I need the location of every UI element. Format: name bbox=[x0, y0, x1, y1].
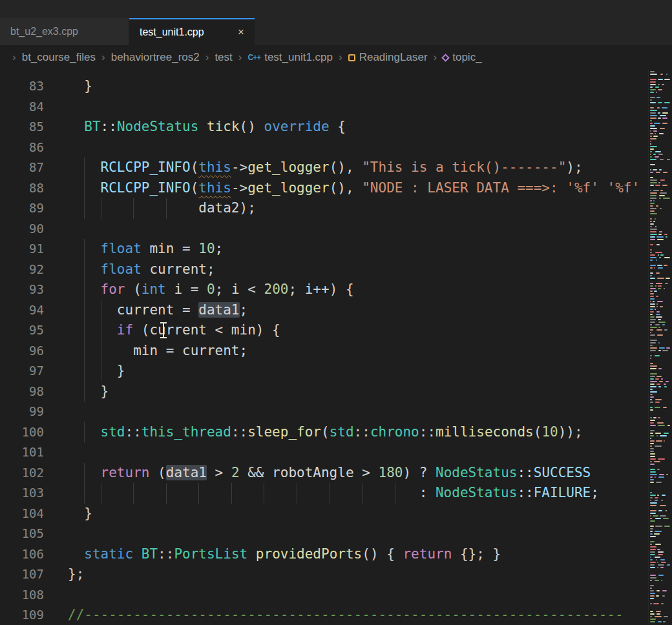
code-token: ); bbox=[240, 200, 256, 216]
minimap-line bbox=[664, 79, 670, 80]
line-number: 89 bbox=[0, 198, 44, 219]
code-token: -> bbox=[231, 159, 247, 175]
minimap-line bbox=[650, 603, 652, 604]
minimap-line bbox=[650, 97, 655, 98]
code-line[interactable]: 87 RCLCPP_INFO(this->get_logger(), "This… bbox=[0, 158, 672, 178]
minimap-line bbox=[655, 378, 659, 380]
code-token: RCLCPP_INFO bbox=[101, 159, 191, 175]
code-line[interactable]: 100 std::this_thread::sleep_for(std::chr… bbox=[0, 422, 672, 443]
code-line[interactable]: 83 } bbox=[0, 76, 672, 97]
minimap-line bbox=[664, 440, 665, 442]
code-token: ( bbox=[534, 424, 542, 440]
minimap-line bbox=[650, 505, 656, 506]
code-line[interactable]: 109//-----------------------------------… bbox=[0, 605, 672, 625]
minimap-line bbox=[650, 213, 657, 214]
code-line[interactable]: 88 RCLCPP_INFO(this->get_logger(), "NODE… bbox=[0, 178, 672, 199]
code-token bbox=[68, 343, 133, 358]
minimap-line bbox=[650, 407, 653, 408]
minimap-line bbox=[656, 244, 660, 245]
minimap-line bbox=[664, 386, 667, 387]
breadcrumb-label: test_unit1.cpp bbox=[264, 51, 333, 64]
code-token: (), bbox=[330, 180, 362, 196]
editor-code[interactable]: 83 }8485 BT::NodeStatus tick() override … bbox=[0, 70, 672, 625]
breadcrumb-item-readinglaser[interactable]: ReadingLaser bbox=[348, 51, 428, 64]
minimap-line bbox=[650, 456, 655, 457]
code-line[interactable]: 105 bbox=[0, 524, 672, 544]
minimap-line bbox=[662, 324, 665, 325]
minimap-line bbox=[650, 461, 652, 462]
code-line[interactable]: 94 current = data1; bbox=[0, 300, 672, 321]
minimap-line bbox=[656, 97, 660, 98]
minimap-line bbox=[656, 613, 660, 615]
code-token: std bbox=[330, 424, 354, 440]
code-line[interactable]: 106 static BT::PortsList providedPorts()… bbox=[0, 544, 672, 565]
chevron-right-icon: › bbox=[339, 51, 342, 64]
breadcrumb-item-behaviortree-ros2[interactable]: behaviortree_ros2 bbox=[111, 51, 200, 64]
code-line[interactable]: 85 BT::NodeStatus tick() override { bbox=[0, 117, 672, 138]
breadcrumb-item-test-unit1-cpp[interactable]: C++ test_unit1.cpp bbox=[247, 51, 333, 64]
code-line[interactable]: 90 bbox=[0, 219, 672, 240]
code-line[interactable]: 99 bbox=[0, 402, 672, 422]
code-line[interactable]: 96 min = current; bbox=[0, 341, 672, 362]
tab-test-unit1[interactable]: test_unit1.cpp × bbox=[129, 18, 255, 45]
minimap-line bbox=[654, 533, 660, 535]
minimap-line bbox=[650, 267, 653, 269]
minimap-line bbox=[650, 363, 653, 364]
tab-close-icon[interactable]: × bbox=[230, 26, 244, 39]
code-token: > bbox=[207, 465, 231, 480]
code-line[interactable]: 108 bbox=[0, 585, 672, 606]
code-line[interactable]: 89 data2); bbox=[0, 198, 672, 219]
code-line[interactable]: 103 : NodeStatus::FAILURE; bbox=[0, 483, 672, 504]
code-line[interactable]: 91 float min = 10; bbox=[0, 239, 672, 260]
tab-label: test_unit1.cpp bbox=[140, 26, 204, 38]
breadcrumb-item-bt-course-files[interactable]: bt_course_files bbox=[22, 51, 96, 64]
minimap[interactable] bbox=[648, 70, 672, 625]
tab-bt-u2-ex3[interactable]: bt_u2_ex3.cpp bbox=[0, 18, 129, 45]
minimap-line bbox=[657, 495, 659, 496]
line-number: 84 bbox=[0, 97, 44, 118]
minimap-line bbox=[658, 510, 662, 511]
code-line[interactable]: 86 bbox=[0, 138, 672, 158]
tab-label: bt_u2_ex3.cpp bbox=[10, 26, 78, 37]
code-token: NodeStatus bbox=[436, 485, 517, 500]
line-number: 107 bbox=[0, 564, 44, 585]
minimap-line bbox=[657, 562, 658, 563]
minimap-line bbox=[658, 89, 662, 90]
code-token: for bbox=[101, 282, 125, 297]
minimap-line bbox=[650, 526, 654, 527]
minimap-line bbox=[650, 125, 655, 127]
minimap-line bbox=[658, 350, 661, 351]
code-line[interactable]: 107}; bbox=[0, 564, 672, 585]
code-line[interactable]: 104 } bbox=[0, 504, 672, 524]
minimap-line bbox=[650, 110, 657, 111]
code-line[interactable]: 97 } bbox=[0, 361, 672, 382]
tab-bar: bt_u2_ex3.cpp test_unit1.cpp × bbox=[0, 18, 672, 45]
minimap-line bbox=[658, 425, 665, 426]
minimap-line bbox=[650, 541, 655, 542]
minimap-line bbox=[653, 221, 655, 222]
minimap-line bbox=[655, 185, 660, 186]
breadcrumb-item-test[interactable]: test bbox=[215, 51, 232, 64]
code-token: ; i < bbox=[215, 282, 264, 297]
code-line[interactable]: 101 bbox=[0, 442, 672, 463]
breadcrumb-item-topic[interactable]: topic_ bbox=[443, 51, 481, 64]
code-token: :: bbox=[158, 546, 174, 562]
code-line[interactable]: 98 } bbox=[0, 382, 672, 402]
code-token: float bbox=[101, 241, 142, 256]
minimap-line bbox=[663, 621, 666, 622]
minimap-line bbox=[650, 291, 653, 292]
minimap-line bbox=[650, 438, 651, 439]
code-token: :: bbox=[419, 424, 436, 440]
minimap-line bbox=[650, 544, 652, 545]
code-editor[interactable]: 83 }8485 BT::NodeStatus tick() override … bbox=[0, 70, 672, 625]
minimap-line bbox=[656, 272, 660, 274]
code-line[interactable]: 95 if (current < min) { bbox=[0, 320, 672, 341]
code-line[interactable]: 93 for (int i = 0; i < 200; i++) { bbox=[0, 280, 672, 300]
minimap-line bbox=[660, 505, 666, 506]
code-line[interactable]: 92 float current; bbox=[0, 260, 672, 280]
code-line[interactable]: 84 bbox=[0, 97, 672, 118]
code-line[interactable]: 102 return (data1 > 2 && robotAngle > 18… bbox=[0, 463, 672, 484]
code-token: :: bbox=[354, 424, 370, 440]
minimap-line bbox=[660, 306, 663, 307]
minimap-line bbox=[650, 327, 657, 328]
